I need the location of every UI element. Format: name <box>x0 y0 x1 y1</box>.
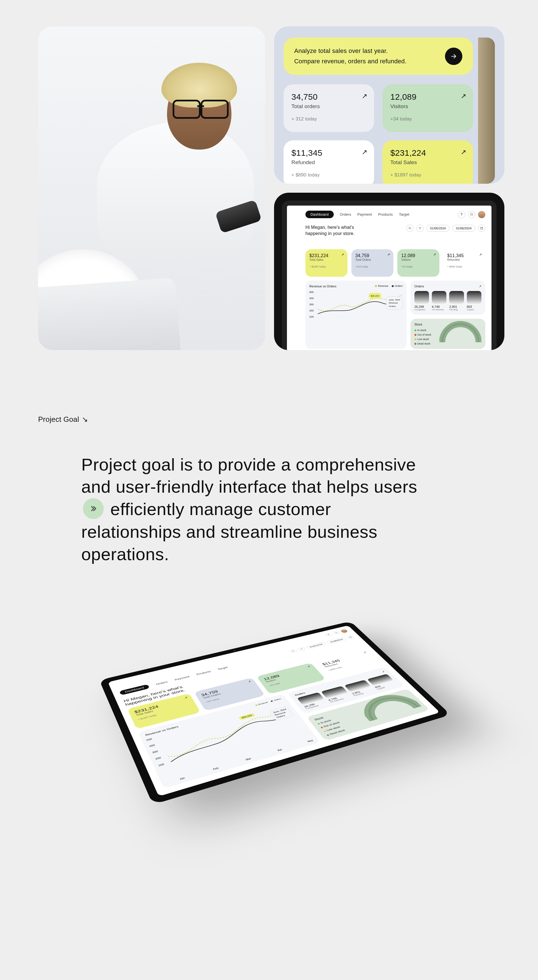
stock-panel: Stock In stockOut of stockLow stockDead … <box>411 319 485 349</box>
arrow-right-icon[interactable] <box>445 48 462 65</box>
help-icon[interactable]: ? <box>458 211 465 218</box>
laptop-3d-stage: ? Dashboard Orders Payment Products Targ… <box>0 565 538 868</box>
dash-stats: ↗ $231,224 Total Sales + $1897 today ↗ 3… <box>306 249 485 277</box>
stat-sub: + $890 today <box>291 172 366 178</box>
date-to[interactable]: 31/06/2024 <box>452 225 475 232</box>
device-edge <box>478 38 495 184</box>
stat-card[interactable]: ↗ 12,089 Visitors +34 today <box>397 249 439 277</box>
arrow-up-right-icon[interactable]: ↗ <box>479 285 481 288</box>
order-thumb <box>432 291 446 304</box>
order-stat: 26,298Completed <box>414 291 429 311</box>
stat-value: $11,345 <box>291 148 366 158</box>
calendar-icon[interactable] <box>478 224 485 232</box>
stat-value: $11,345 <box>447 253 481 258</box>
bell-icon[interactable] <box>332 631 341 635</box>
bell-icon[interactable] <box>468 211 475 218</box>
arrow-up-right-icon: ↗ <box>461 92 466 100</box>
stat-value: 34,750 <box>291 92 366 102</box>
nav-orders[interactable]: Orders <box>156 681 168 686</box>
stat-value: $231,224 <box>390 148 465 158</box>
order-thumb <box>414 291 429 304</box>
analyze-banner[interactable]: Analyze total sales over last year. Comp… <box>283 38 473 75</box>
order-stat: 2,901Pending <box>449 291 464 311</box>
nav-payment[interactable]: Payment <box>174 675 190 681</box>
chevrons-right-icon <box>83 498 103 519</box>
stat-value: 12,089 <box>390 92 465 102</box>
arrow-up-right-icon: ↗ <box>362 92 367 100</box>
stat-card[interactable]: ↗ $231,224 Total Sales + $1897 today <box>382 140 473 184</box>
stat-label: Refunded <box>447 258 481 261</box>
nav-target[interactable]: Target <box>399 212 409 216</box>
stat-card[interactable]: ↗ 34,759 Total Orders +312 today <box>352 249 393 277</box>
search-icon[interactable] <box>406 224 414 232</box>
project-goal-text: Project goal is to provide a comprehensi… <box>0 424 460 565</box>
stat-sub: +312 today <box>355 265 390 268</box>
banner-line2: Compare revenue, orders and refunded. <box>294 57 407 65</box>
nav-products[interactable]: Products <box>378 212 393 216</box>
stock-gauge <box>439 320 481 345</box>
orders-panel: Orders↗ 26,298Completed 4,748On Delivery… <box>411 281 485 315</box>
avatar[interactable] <box>340 629 349 633</box>
svg-point-0 <box>409 227 411 229</box>
section-label: Project Goal ↘ <box>0 350 538 424</box>
arrow-up-right-icon: ↗ <box>479 253 482 256</box>
arrow-up-right-icon: ↗ <box>433 253 436 256</box>
filter-icon[interactable] <box>416 224 424 232</box>
svg-point-2 <box>292 650 294 651</box>
filter-icon[interactable] <box>297 647 306 651</box>
mobile-mock-tile: Analyze total sales over last year. Comp… <box>274 26 505 184</box>
stat-value: 34,759 <box>355 253 390 258</box>
revenue-vs-orders-panel: Revenue vs Orders Revenue Orders 5004003… <box>306 281 407 349</box>
nav-products[interactable]: Products <box>196 670 212 676</box>
order-thumb <box>449 291 464 304</box>
stat-card[interactable]: ↗ 12,089 Visitors +34 today <box>382 84 473 132</box>
stat-sub: + 312 today <box>291 116 366 122</box>
date-to[interactable]: 31/06/2024 <box>326 637 347 644</box>
stat-card[interactable]: ↗ $11,345 Refunded + $890 today <box>443 249 485 277</box>
stat-card[interactable]: ↗ $11,345 Refunded + $890 today <box>283 140 374 184</box>
arrow-up-right-icon: ↗ <box>461 148 466 156</box>
stat-card[interactable]: ↗ $231,224 Total Sales + $1897 today <box>306 249 347 277</box>
stat-sub: + $890 today <box>447 265 481 268</box>
nav-dashboard[interactable]: Dashboard <box>306 211 334 218</box>
stat-sub: + $1897 today <box>390 172 465 178</box>
greeting-line1: Hi Megan, here's what's <box>306 225 354 230</box>
stat-sub: + $1897 today <box>309 265 344 268</box>
chart-tooltip: $20,224 <box>368 293 381 299</box>
stat-card[interactable]: ↗ 34,750 Total orders + 312 today <box>283 84 374 132</box>
stat-value: $231,224 <box>309 253 344 258</box>
nav-payment[interactable]: Payment <box>357 212 372 216</box>
mobile-stats: ↗ 34,750 Total orders + 312 today ↗ 12,0… <box>283 84 473 184</box>
arrow-up-right-icon: ↗ <box>362 148 367 156</box>
date-from[interactable]: 01/06/2024 <box>427 225 449 232</box>
order-stat: 4,748On Delivery <box>432 291 446 311</box>
nav-orders[interactable]: Orders <box>340 212 352 216</box>
order-thumb <box>467 291 481 304</box>
nav-target[interactable]: Target <box>217 666 228 670</box>
nav-dashboard[interactable]: Dashboard <box>119 684 150 695</box>
stat-label: Visitors <box>390 103 465 110</box>
panel-title: Revenue vs Orders <box>309 285 336 288</box>
order-stat: 803Unpaid <box>467 291 481 311</box>
stat-sub: +34 today <box>390 116 465 122</box>
stat-label: Total Orders <box>355 258 390 261</box>
calendar-icon[interactable] <box>346 635 355 640</box>
stat-label: Total Sales <box>390 159 465 165</box>
search-icon[interactable] <box>289 649 298 654</box>
date-from[interactable]: 01/06/2024 <box>306 642 327 649</box>
stat-sub: +34 today <box>401 265 435 268</box>
screen: ? Dashboard Orders Payment Products Targ… <box>108 625 440 796</box>
photo-scene <box>38 26 265 350</box>
lifestyle-photo-tile <box>38 26 265 350</box>
arrow-down-right-icon: ↘ <box>82 415 88 424</box>
webcam-icon <box>233 650 236 651</box>
hero-trio: Analyze total sales over last year. Comp… <box>0 0 538 350</box>
arrow-up-right-icon: ↗ <box>387 253 390 256</box>
help-icon[interactable]: ? <box>324 633 333 637</box>
laptop-mock-tile: Dashboard Orders Payment Products Target… <box>274 193 505 350</box>
avatar[interactable] <box>478 211 485 218</box>
arrow-up-right-icon: ↗ <box>341 253 344 256</box>
arrow-up-right-icon[interactable]: ↗ <box>381 670 385 673</box>
stat-label: Visitors <box>401 258 435 261</box>
svg-rect-1 <box>481 228 483 230</box>
